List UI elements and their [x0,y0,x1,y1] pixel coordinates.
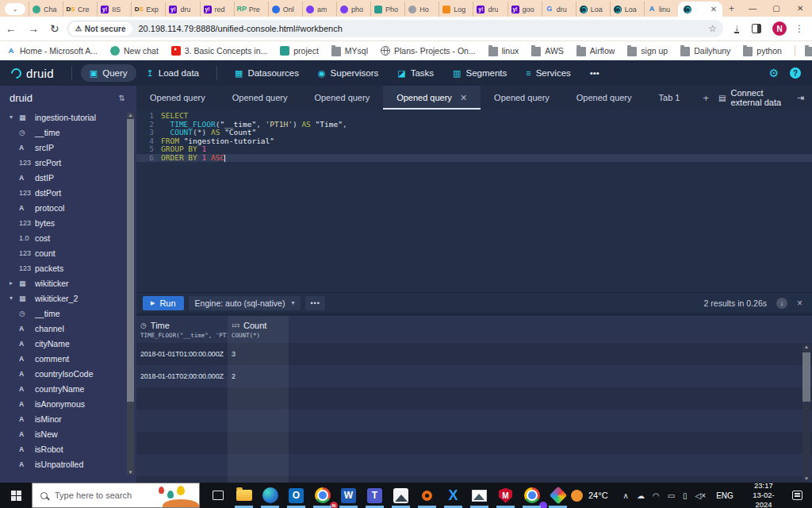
not-secure-badge[interactable]: ⚠ Not secure [69,22,132,36]
query-more-button[interactable]: ••• [305,296,324,310]
table-row[interactable]: 2018-01-01T02:00:00.000Z2 [136,365,812,387]
taskbar-app-chrome[interactable]: N [309,483,335,508]
schema-item-countryIsoCode[interactable]: AcountryIsoCode [0,366,136,381]
sidebar-scroll-thumb[interactable] [127,119,134,402]
browser-tab[interactable]: Log [439,2,473,17]
taskbar-app-vscode[interactable]: X [440,483,466,508]
browser-tab[interactable]: Gdru [542,2,576,17]
tab-close-icon[interactable]: ✕ [460,93,467,103]
gear-icon[interactable]: ⚙ [768,67,779,79]
scroll-down-icon[interactable]: ▼ [802,476,810,481]
browser-tab[interactable]: Pho [370,2,404,17]
browser-tab[interactable]: ✕ [678,2,722,17]
schema-item-isRobot[interactable]: AisRobot [0,441,136,456]
schema-item-isAnonymous[interactable]: AisAnonymous [0,396,136,411]
language-indicator[interactable]: ENG [716,491,733,500]
taskbar-app-file-explorer[interactable] [231,483,257,508]
schema-item-dstIP[interactable]: AdstIP [0,170,136,185]
nav-item-load-data[interactable]: ↥Load data [138,64,208,82]
schema-item-__time[interactable]: ◷__time [0,125,136,140]
taskbar-app-teams[interactable]: T [362,483,388,508]
collapse-panel-icon[interactable]: ⇥ [797,93,804,103]
schema-item-ingestion-tutorial[interactable]: ▾▦ingestion-tutorial [0,110,136,125]
bookmark-item[interactable]: sign up [627,45,668,56]
connect-external-data-button[interactable]: ▤ Connect external data [718,88,786,107]
browser-tab[interactable]: y!dru [473,2,507,17]
weather-widget[interactable]: 24°C [571,490,608,502]
schema-item-srcPort[interactable]: 123srcPort [0,155,136,170]
taskbar-app-outlook[interactable]: O [283,483,309,508]
browser-tab[interactable]: y!IIS [97,2,131,17]
results-scrollbar[interactable]: ▲ ▼ [802,344,810,481]
notification-center-icon[interactable] [792,491,802,500]
start-button[interactable] [0,483,32,508]
browser-tab[interactable]: y!red [200,2,234,17]
bookmark-item[interactable]: linux [488,45,519,56]
schema-item-cost[interactable]: 1.0cost [0,230,136,245]
browser-tab[interactable]: y!goo [508,2,542,17]
schema-item-wikiticker[interactable]: ▸▦wikiticker [0,275,136,291]
minimize-button[interactable]: — [741,0,764,17]
browser-tab[interactable]: Ho [404,2,439,17]
reload-icon[interactable]: ↻ [50,22,59,35]
schema-item-isMinor[interactable]: AisMinor [0,411,136,426]
scroll-up-icon[interactable]: ▲ [802,344,810,349]
schema-item-isUnpatrolled[interactable]: AisUnpatrolled [0,456,136,471]
all-bookmarks-button[interactable]: All Bookmarks [795,45,812,56]
chevron-down-icon[interactable]: ▾ [10,114,19,121]
table-row[interactable]: 2018-01-01T01:00:00.000Z3 [136,343,812,365]
browser-tab[interactable]: Cha [29,2,63,17]
bookmark-item[interactable]: AHome - Microsoft A... [6,46,98,56]
nav-item-supervisors[interactable]: ◉Supervisors [309,64,387,82]
query-tab[interactable]: Opened query [136,86,219,110]
nav-item--[interactable]: ••• [581,64,608,82]
bookmark-item[interactable]: python [743,45,782,56]
schema-item-isNew[interactable]: AisNew [0,426,136,441]
back-icon[interactable]: ← [6,22,17,35]
taskbar-app-orange-ring-app[interactable] [414,483,440,508]
bookmark-item[interactable]: 3. Basic Concepts in... [171,46,267,56]
sidebar-scrollbar[interactable]: ▲ ▼ [127,113,134,475]
sql-editor[interactable]: 1SELECT2 TIME_FLOOR("__time", 'PT1H') AS… [136,110,812,292]
nav-item-services[interactable]: ≡Services [517,64,580,82]
schema-item-channel[interactable]: Achannel [0,321,136,336]
schema-item-cityName[interactable]: AcityName [0,336,136,351]
editor-line[interactable]: 6ORDER BY 1 ASC [136,154,812,163]
engine-select[interactable]: Engine: auto (sql-native) ▾ [189,296,301,310]
url-input[interactable]: ⚠ Not secure 20.198.114.79:8888/unified-… [67,20,723,37]
column-header-count[interactable]: 123CountCOUNT(*) [228,316,289,343]
results-scroll-thumb[interactable] [802,352,810,402]
bookmark-item[interactable]: MYsql [331,45,368,56]
network-icon[interactable]: ◠ [653,491,660,500]
nav-item-query[interactable]: ▣Query [81,64,136,82]
bookmark-star-icon[interactable]: ☆ [708,23,717,34]
taskbar-app-gallery[interactable] [466,483,492,508]
schema-item-dstPort[interactable]: 123dstPort [0,185,136,200]
browser-tab[interactable]: am [302,2,336,17]
nav-item-segments[interactable]: ▥Segments [444,64,515,82]
tab-search-button[interactable]: ⌄ [5,3,25,15]
query-tab-extra[interactable]: Tab 1 [645,86,694,110]
profile-avatar[interactable]: N [772,21,787,36]
schema-item-packets[interactable]: 123packets [0,260,136,275]
browser-tab[interactable]: RPPre [234,2,268,17]
taskbar-app-edge[interactable] [257,483,283,508]
schema-item-countryName[interactable]: AcountryName [0,381,136,396]
browser-tab[interactable]: pho [336,2,370,17]
schema-item-__time[interactable]: ◷__time [0,306,136,321]
schema-item-protocol[interactable]: Aprotocol [0,200,136,215]
query-tab[interactable]: Opened query [219,86,301,110]
battery-icon[interactable]: ▭ [668,491,675,500]
scroll-down-icon[interactable]: ▼ [127,470,134,475]
tab-close-icon[interactable]: ✕ [710,5,717,13]
taskbar-clock[interactable]: 23:1713-02-2024 [746,481,781,508]
editor-line[interactable]: 5GROUP BY 1 [136,145,812,154]
taskbar-app-photos[interactable] [388,483,414,508]
new-query-tab-button[interactable]: + [693,86,718,110]
nav-item-tasks[interactable]: ◪Tasks [389,64,442,82]
taskbar-search[interactable]: Type here to search [32,483,200,508]
volume-muted-icon[interactable]: ◁× [695,491,707,500]
scroll-up-icon[interactable]: ▲ [127,113,134,117]
schema-item-bytes[interactable]: 123bytes [0,215,136,230]
browser-menu-icon[interactable]: ⋮ [795,23,804,34]
